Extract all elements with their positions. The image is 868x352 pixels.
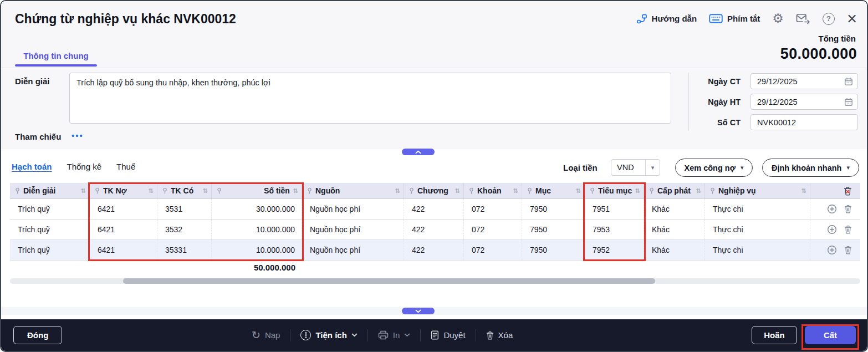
quick-posting-button[interactable]: Định khoản nhanh▾ [762, 159, 859, 177]
column-header-7[interactable]: Khoản⇅ [464, 183, 522, 198]
detail-tab-2[interactable]: Thống kê [67, 162, 102, 171]
cell-r3-c10[interactable]: Khác [644, 240, 705, 260]
column-header-5[interactable]: Nguồn⇅ [302, 183, 404, 198]
footer-action-2[interactable]: Tiện ích [300, 330, 357, 340]
view-debt-button[interactable]: Xem công nợ▾ [675, 159, 753, 177]
cell-r2-c4[interactable]: 10.000.000 [212, 220, 302, 239]
column-header-4[interactable]: Số tiền⇅ [212, 183, 302, 198]
calendar-icon[interactable] [844, 77, 853, 86]
cell-r2-c11[interactable]: Thực chi [705, 220, 810, 239]
currency-select[interactable]: VND ▾ [611, 159, 660, 176]
cell-r2-c1[interactable]: Trích quỹ [10, 220, 90, 239]
chevron-down-icon[interactable]: ▾ [645, 160, 660, 175]
cell-r3-c4[interactable]: 10.000.000 [212, 240, 302, 260]
cell-r2-c10[interactable]: Khác [644, 220, 705, 239]
cell-r2-c8[interactable]: 7950 [522, 220, 585, 239]
cell-r3-c2[interactable]: 6421 [90, 240, 157, 260]
cell-r3-c9[interactable]: 7952 [585, 240, 644, 260]
column-header-3[interactable]: TK Có⇅ [157, 183, 212, 198]
sort-icon[interactable]: ⇅ [146, 187, 154, 195]
cell-r2-c6[interactable]: 422 [404, 220, 464, 239]
cell-r3-c8[interactable]: 7950 [522, 240, 585, 260]
doc-no-input[interactable]: NVK00012 [750, 114, 858, 130]
sort-icon[interactable]: ⇅ [799, 187, 806, 195]
posting-date-input[interactable]: 29/12/2025 [750, 94, 858, 110]
column-header-10[interactable]: Cấp phát⇅ [644, 183, 705, 198]
guide-link[interactable]: Hướng dẫn [636, 13, 697, 24]
sort-icon[interactable]: ⇅ [694, 187, 701, 195]
delete-row-icon[interactable] [844, 225, 852, 234]
cell-r1-c2[interactable]: 6421 [90, 199, 157, 219]
cell-r1-c5[interactable]: Nguồn học phí [302, 199, 404, 219]
footer-action-3[interactable]: In [378, 330, 411, 340]
cell-r1-c4[interactable]: 30.000.000 [212, 199, 302, 219]
sort-icon[interactable]: ⇅ [574, 187, 581, 195]
cell-r3-c5[interactable]: Nguồn học phí [302, 240, 404, 260]
detail-tab-1[interactable]: Hạch toán [12, 162, 52, 171]
sort-icon[interactable]: ⇅ [393, 187, 400, 195]
cell-r3-c3[interactable]: 35331 [157, 240, 212, 260]
doc-date-input[interactable]: 29/12/2025 [750, 73, 858, 89]
footer-action-4[interactable]: Duyệt [431, 330, 465, 340]
help-icon[interactable]: ? [823, 13, 835, 25]
add-row-icon[interactable] [827, 245, 837, 255]
reference-ellipsis-button[interactable]: ••• [72, 131, 84, 140]
cell-r3-c11[interactable]: Thực chi [705, 240, 810, 260]
postpone-button[interactable]: Hoãn [752, 326, 797, 344]
send-mail-icon[interactable] [796, 13, 810, 24]
sort-icon[interactable]: ⇅ [79, 187, 86, 195]
column-header-9[interactable]: Tiểu mục⇅ [585, 183, 644, 198]
column-header-8[interactable]: Mục⇅ [522, 183, 585, 198]
scrollbar-thumb[interactable] [123, 278, 655, 284]
cell-r1-c1[interactable]: Trích quỹ [10, 199, 90, 219]
cell-r3-c7[interactable]: 072 [464, 240, 522, 260]
sort-icon[interactable]: ⇅ [201, 187, 208, 195]
delete-icon[interactable] [486, 331, 494, 340]
shortcut-link[interactable]: Phím tắt [709, 14, 760, 23]
delete-all-icon[interactable] [844, 186, 852, 196]
cell-r1-c11[interactable]: Thực chi [705, 199, 810, 219]
footer-action-1[interactable]: ↻Nạp [252, 330, 280, 340]
column-header-11[interactable]: Nghiệp vụ⇅ [705, 183, 810, 198]
close-button[interactable]: Đóng [13, 326, 62, 344]
description-textarea[interactable]: Trích lập quỹ bổ sung thu nhập, khen thư… [69, 73, 671, 124]
table-row-3[interactable]: Trích quỹ64213533110.000.000Nguồn học ph… [10, 240, 860, 261]
sort-icon[interactable]: ⇅ [633, 187, 640, 195]
table-row-2[interactable]: Trích quỹ6421353210.000.000Nguồn học phí… [10, 220, 860, 240]
table-row-1[interactable]: Trích quỹ6421353130.000.000Nguồn học phí… [10, 199, 860, 220]
cell-r1-c7[interactable]: 072 [464, 199, 522, 219]
add-row-icon[interactable] [827, 225, 837, 234]
cell-r1-c9[interactable]: 7951 [585, 199, 644, 219]
cell-r2-c7[interactable]: 072 [464, 220, 522, 239]
cell-r1-c8[interactable]: 7950 [522, 199, 585, 219]
delete-row-icon[interactable] [844, 246, 852, 254]
save-button[interactable]: Cất [805, 326, 856, 344]
horizontal-scrollbar[interactable] [10, 278, 860, 284]
collapse-top-button[interactable] [402, 149, 435, 155]
cell-r2-c9[interactable]: 7953 [585, 220, 644, 239]
cell-r2-c3[interactable]: 3532 [157, 220, 212, 239]
detail-tab-3[interactable]: Thuế [116, 162, 135, 171]
add-row-icon[interactable] [827, 204, 837, 214]
delete-all-column-header[interactable] [810, 183, 860, 198]
sort-icon[interactable]: ⇅ [453, 187, 460, 195]
column-header-1[interactable]: Diễn giải⇅ [10, 183, 90, 198]
settings-icon[interactable]: ⚙ [772, 12, 784, 25]
collapse-bottom-button[interactable] [402, 308, 435, 314]
calendar-icon[interactable] [844, 98, 853, 106]
close-icon[interactable]: × [847, 13, 857, 25]
cell-r3-c1[interactable]: Trích quỹ [10, 240, 90, 260]
cell-r1-c6[interactable]: 422 [404, 199, 464, 219]
delete-row-icon[interactable] [844, 205, 852, 213]
footer-action-5[interactable]: Xóa [486, 330, 513, 340]
sort-icon[interactable]: ⇅ [511, 187, 518, 195]
tab-thong-tin-chung[interactable]: Thông tin chung [15, 51, 97, 60]
cell-r2-c2[interactable]: 6421 [90, 220, 157, 239]
cell-r1-c10[interactable]: Khác [644, 199, 705, 219]
sort-icon[interactable]: ⇅ [291, 187, 298, 195]
column-header-6[interactable]: Chương⇅ [404, 183, 464, 198]
cell-r1-c3[interactable]: 3531 [157, 199, 212, 219]
column-header-2[interactable]: TK Nợ⇅ [90, 183, 157, 198]
cell-r2-c5[interactable]: Nguồn học phí [302, 220, 404, 239]
cell-r3-c6[interactable]: 422 [404, 240, 464, 260]
